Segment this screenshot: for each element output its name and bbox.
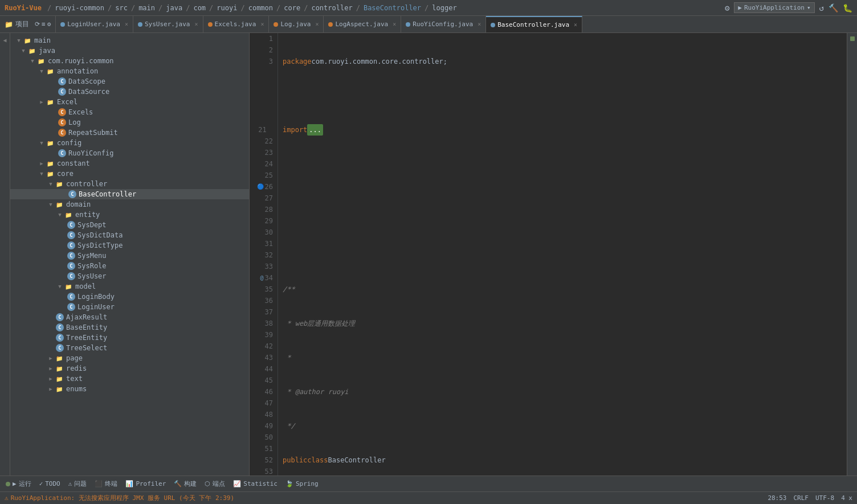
tree-item-loginuser[interactable]: C LoginUser: [10, 302, 249, 312]
tree-item-sysmenu[interactable]: C SysMenu: [10, 251, 249, 261]
search-icon[interactable]: ⚙: [725, 3, 729, 13]
tab-sysuser[interactable]: SysUser.java ×: [133, 16, 203, 33]
tree-item-sysdicttype[interactable]: C SysDictType: [10, 240, 249, 251]
folder-icon: 📁: [5, 21, 13, 28]
tab-label-ruoyiconfig: RuoYiConfig.java: [413, 21, 473, 28]
code-content[interactable]: 1 2 3 21 22 23 24 25 🔵26 27 28 29 30 31 …: [250, 33, 847, 476]
class-icon-treeselect: C: [56, 344, 64, 352]
tree-item-treeselect[interactable]: C TreeSelect: [10, 343, 249, 353]
collapse-icon[interactable]: ≡: [42, 21, 46, 28]
tree-item-model[interactable]: ▼ 📁 model: [10, 281, 249, 292]
sync-icon[interactable]: ⟳: [35, 21, 40, 28]
tab-logaspect[interactable]: LogAspect.java ×: [324, 16, 401, 33]
tree-item-loginbody[interactable]: C LoginBody: [10, 292, 249, 302]
status-warning: ⚠ RuoYiApplication: 无法搜索应用程序 JMX 服务 URL …: [5, 494, 234, 502]
terminal-icon: ⬛: [95, 480, 103, 487]
breadcrumb-module[interactable]: ruoyi-common: [55, 4, 104, 12]
sidebar-tree[interactable]: ▼ 📁 main ▼ 📁 java ▼ 📁 com.ruoyi.common: [10, 33, 249, 476]
problems-button[interactable]: ⚠ 问题: [65, 478, 91, 489]
tree-item-log[interactable]: C Log: [10, 117, 249, 128]
class-icon-baseentity: C: [56, 323, 64, 331]
vertical-icon-1[interactable]: ◀: [1, 35, 10, 44]
tree-item-basecontroller[interactable]: C BaseController: [10, 189, 249, 199]
tree-item-enums[interactable]: ▶ 📁 enums: [10, 384, 249, 394]
app-selector-label: RuoYiApplication: [744, 4, 805, 11]
tree-item-sysdept[interactable]: C SysDept: [10, 220, 249, 230]
breadcrumb-ruoyi[interactable]: ruoyi: [217, 4, 237, 12]
breadcrumb-java[interactable]: java: [166, 4, 182, 12]
tree-label-repeatsubmit: RepeatSubmit: [68, 129, 118, 137]
tree-item-repeatsubmit[interactable]: C RepeatSubmit: [10, 128, 249, 138]
close-log[interactable]: ×: [315, 21, 319, 27]
linenum-38: 38: [252, 318, 273, 329]
tab-ruoyiconfig[interactable]: RuoYiConfig.java ×: [401, 16, 486, 33]
tree-item-sysuser[interactable]: C SysUser: [10, 271, 249, 281]
tree-item-baseentity[interactable]: C BaseEntity: [10, 322, 249, 333]
far-left-sidebar: ◀: [0, 33, 10, 476]
tree-item-excel-folder[interactable]: ▶ 📁 Excel: [10, 97, 249, 107]
tree-item-sysdictdata[interactable]: C SysDictData: [10, 230, 249, 240]
tree-item-annotation[interactable]: ▼ 📁 annotation: [10, 66, 249, 76]
tab-basecontroller[interactable]: BaseController.java ×: [486, 16, 582, 33]
folder-icon-domain: 📁: [55, 200, 64, 208]
close-ruoyiconfig[interactable]: ×: [478, 21, 481, 27]
close-excels[interactable]: ×: [260, 21, 264, 27]
breadcrumb-core[interactable]: core: [284, 4, 300, 12]
tree-item-config[interactable]: ▼ 📁 config: [10, 138, 249, 148]
breadcrumb-src[interactable]: src: [115, 4, 128, 12]
arrow-annotation: ▼: [38, 68, 46, 74]
tree-item-treeentity[interactable]: C TreeEntity: [10, 333, 249, 343]
tree-item-com-ruoyi-common[interactable]: ▼ 📁 com.ruoyi.common: [10, 56, 249, 66]
tree-item-constant[interactable]: ▶ 📁 constant: [10, 158, 249, 169]
close-basecontroller[interactable]: ×: [574, 22, 577, 28]
tree-label-annotation: annotation: [57, 67, 98, 75]
endpoints-button[interactable]: ⬡ 端点: [201, 478, 228, 489]
debug-icon[interactable]: 🐛: [843, 3, 852, 13]
refresh-icon[interactable]: ↺: [819, 3, 824, 13]
statistic-button[interactable]: 📈 Statistic: [230, 479, 281, 489]
breadcrumb-class[interactable]: BaseController: [364, 4, 421, 12]
tree-item-ruoyiconfig[interactable]: C RuoYiConfig: [10, 148, 249, 158]
tree-item-text[interactable]: ▶ 📁 text: [10, 374, 249, 384]
build-icon[interactable]: 🔨: [829, 3, 838, 13]
app-selector[interactable]: ▶ RuoYiApplication ▾: [734, 2, 814, 13]
tree-item-java[interactable]: ▼ 📁 java: [10, 46, 249, 56]
code-line-27: public class BaseController: [283, 454, 847, 466]
breadcrumb-com[interactable]: com: [193, 4, 206, 12]
tab-loginuser[interactable]: LoginUser.java ×: [56, 16, 133, 33]
terminal-button[interactable]: ⬛ 终端: [91, 478, 121, 489]
tab-log[interactable]: Log.java ×: [269, 16, 324, 33]
tree-item-redis[interactable]: ▶ 📁 redis: [10, 363, 249, 374]
project-tab[interactable]: 📁 项目 ⟳ ≡ ⚙: [0, 16, 56, 33]
tree-item-core[interactable]: ▼ 📁 core: [10, 169, 249, 179]
tree-item-datasource[interactable]: C DataSource: [10, 87, 249, 97]
tree-item-entity[interactable]: ▼ 📁 entity: [10, 210, 249, 220]
tree-label-excels: Excels: [68, 108, 93, 116]
close-logaspect[interactable]: ×: [393, 21, 396, 27]
linenum-52: 52: [252, 454, 273, 466]
spring-button[interactable]: 🍃 Spring: [282, 479, 322, 489]
breadcrumb-controller[interactable]: controller: [311, 4, 352, 12]
settings-icon[interactable]: ⚙: [47, 21, 51, 28]
tree-item-main[interactable]: ▼ 📁 main: [10, 35, 249, 46]
breadcrumb-field[interactable]: logger: [432, 4, 456, 12]
run-button[interactable]: ▶ 运行: [2, 478, 35, 489]
profiler-button[interactable]: 📊 Profiler: [122, 479, 169, 489]
tab-excels[interactable]: Excels.java ×: [203, 16, 270, 33]
close-loginuser[interactable]: ×: [125, 21, 128, 27]
tree-item-controller[interactable]: ▼ 📁 controller: [10, 179, 249, 189]
todo-button[interactable]: ✓ TODO: [36, 479, 64, 489]
tree-item-excels[interactable]: C Excels: [10, 107, 249, 117]
breadcrumb-main[interactable]: main: [138, 4, 155, 12]
tab-label-logaspect: LogAspect.java: [335, 21, 388, 28]
class-icon-loginuser: C: [67, 303, 75, 311]
breadcrumb-common[interactable]: common: [248, 4, 273, 12]
class-icon-sysuser: C: [67, 272, 75, 280]
close-sysuser[interactable]: ×: [194, 21, 198, 27]
tree-item-ajaxresult[interactable]: C AjaxResult: [10, 312, 249, 322]
build-button[interactable]: 🔨 构建: [170, 478, 200, 489]
tree-item-sysrole[interactable]: C SysRole: [10, 261, 249, 271]
tree-item-page[interactable]: ▶ 📁 page: [10, 353, 249, 363]
tree-item-datascope[interactable]: C DataScope: [10, 76, 249, 87]
tree-item-domain[interactable]: ▼ 📁 domain: [10, 199, 249, 210]
